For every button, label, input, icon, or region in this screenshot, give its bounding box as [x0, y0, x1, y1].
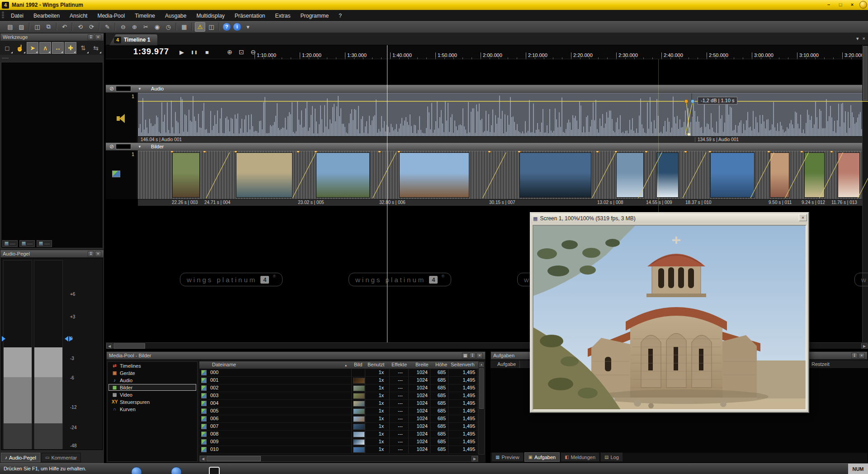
tab-aufgaben[interactable]: ▣Aufgaben: [524, 452, 560, 462]
bilder-track-header[interactable]: ⊘ ▼ Bilder: [106, 142, 868, 151]
bilder-clips[interactable]: [138, 151, 868, 199]
meter-marker-left-icon[interactable]: [2, 336, 5, 341]
maximize-button[interactable]: □: [836, 1, 844, 8]
v-scroll-thumb[interactable]: [863, 46, 868, 100]
scroll-left-icon[interactable]: ◀: [200, 456, 206, 461]
meter-marker-right2-icon[interactable]: [69, 336, 73, 341]
media-table-header[interactable]: DateinameBildBenutztEffekteBreiteHöheSei…: [199, 361, 478, 369]
hand-tool[interactable]: ☝: [14, 42, 26, 54]
edit-icon[interactable]: ✎: [102, 22, 113, 32]
menu-extras[interactable]: Extras: [270, 11, 296, 21]
tab-close-icon[interactable]: ×: [863, 36, 865, 42]
save-all-icon[interactable]: ⧉: [43, 22, 54, 32]
column-header-effekte[interactable]: Effekte: [392, 362, 407, 367]
pin-icon[interactable]: ↧: [469, 353, 476, 359]
column-header-seitenverh[interactable]: Seitenverh: [451, 362, 475, 367]
audio-track-controls[interactable]: 1: [106, 93, 137, 142]
tree-item-bilder[interactable]: ▦Bilder: [108, 384, 196, 391]
tab-timeline-1[interactable]: 4 Timeline 1: [109, 34, 157, 45]
remove-icon[interactable]: ⊖: [118, 22, 128, 32]
tab-meldungen[interactable]: ◧Meldungen: [561, 452, 599, 462]
menu-multidisplay[interactable]: Multidisplay: [191, 11, 230, 21]
table-row[interactable]: 0071x---10246851,495: [199, 423, 478, 431]
screen-preview-window[interactable]: ▦ Screen 1, 100%/100% (5319 fps, 3 MB) ×: [530, 212, 809, 413]
close-button[interactable]: ×: [848, 1, 856, 8]
close-icon[interactable]: ×: [95, 251, 101, 257]
warning-icon[interactable]: ⚠: [195, 22, 205, 32]
scroll-left-icon[interactable]: ◀: [106, 343, 113, 349]
tab-audio-pegel[interactable]: ♪Audio-Pegel: [1, 453, 40, 462]
v-scroll-thumb[interactable]: [479, 368, 484, 409]
rotate-left-icon[interactable]: ⟲: [75, 22, 85, 32]
track-color-box[interactable]: [116, 86, 131, 91]
menu-datei[interactable]: Datei: [6, 11, 28, 21]
table-row[interactable]: 0001x---10246851,495: [199, 369, 478, 377]
lock-icon[interactable]: ◫: [206, 22, 217, 32]
screen-window-close-button[interactable]: ×: [799, 214, 807, 221]
chevron-down-icon[interactable]: ▼: [135, 87, 145, 91]
h-scroll-thumb[interactable]: [207, 456, 261, 461]
taskbar-app-icon[interactable]: [131, 467, 142, 474]
column-header-höhe[interactable]: Höhe: [435, 362, 447, 367]
pin-icon[interactable]: ↧: [88, 34, 94, 40]
bilder-track-controls[interactable]: 1: [106, 151, 137, 199]
mini-button[interactable]: ----: [19, 240, 35, 247]
open-project-icon[interactable]: ▨: [16, 22, 27, 32]
table-row[interactable]: 0041x---10246851,495: [199, 400, 478, 408]
scroll-right-icon[interactable]: ▶: [472, 456, 478, 461]
tab-kommentar[interactable]: ▭Kommentar: [41, 453, 81, 462]
taskbar-app-icon[interactable]: [209, 467, 220, 474]
menu-media-pool[interactable]: Media-Pool: [92, 11, 130, 21]
menu-bearbeiten[interactable]: Bearbeiten: [28, 11, 65, 21]
table-row[interactable]: 0011x---10246851,495: [199, 377, 478, 384]
playhead[interactable]: [387, 45, 387, 342]
column-header-dateiname[interactable]: Dateiname: [212, 362, 236, 367]
monitor-icon[interactable]: ▦: [179, 22, 189, 32]
media-table-v-scrollbar[interactable]: ▲: [478, 361, 485, 455]
pin-icon[interactable]: ↧: [851, 353, 858, 359]
tree-item-steuerspuren[interactable]: XYSteuerspuren: [108, 398, 196, 405]
media-table-h-scrollbar[interactable]: ◀ ▶: [199, 455, 478, 462]
screen-window-titlebar[interactable]: ▦ Screen 1, 100%/100% (5319 fps, 3 MB): [531, 213, 807, 223]
info-icon[interactable]: i: [233, 23, 241, 31]
mute-icon[interactable]: ⊘: [109, 143, 114, 150]
tab-preview[interactable]: ▦Preview: [491, 452, 524, 462]
help-icon[interactable]: ?: [223, 23, 231, 31]
meter-marker-right1-icon[interactable]: [65, 336, 68, 341]
add-icon[interactable]: ⊕: [129, 22, 140, 32]
audio-clip[interactable]: -1,2 dB | 1.10 s: [138, 93, 868, 136]
toolbar-overflow-icon[interactable]: ▾: [243, 22, 253, 32]
tree-item-audio[interactable]: ♪Audio: [108, 377, 196, 384]
spread-tool[interactable]: ⇆: [90, 42, 102, 54]
table-row[interactable]: 0091x---10246851,495: [199, 438, 478, 446]
table-row[interactable]: 0051x---10246851,495: [199, 408, 478, 415]
table-row[interactable]: 0081x---10246851,495: [199, 431, 478, 438]
record-icon[interactable]: ◉: [152, 22, 162, 32]
menu-ausgabe[interactable]: Ausgabe: [160, 11, 191, 21]
new-project-icon[interactable]: ▤: [5, 22, 15, 32]
clock-icon[interactable]: ◷: [163, 22, 174, 32]
tree-item-timelines[interactable]: ⇄Timelines: [108, 362, 196, 369]
track-color-box[interactable]: [116, 144, 131, 149]
close-icon[interactable]: ×: [476, 353, 483, 359]
audio-track-header[interactable]: ⊘ ▼ Audio: [106, 85, 868, 93]
taskbar-app-icon[interactable]: [171, 467, 182, 474]
close-icon[interactable]: ×: [95, 34, 101, 40]
slip-tool[interactable]: ⇅: [77, 42, 89, 54]
cut-icon[interactable]: ✂: [141, 22, 151, 32]
undo-icon[interactable]: ↶: [59, 22, 70, 32]
scroll-right-icon[interactable]: ▶: [861, 343, 868, 349]
pin-icon[interactable]: ↧: [88, 251, 94, 257]
menu-pr-sentation[interactable]: Präsentation: [230, 11, 270, 21]
bend-tool[interactable]: ∧: [39, 42, 51, 54]
minimize-button[interactable]: –: [825, 1, 833, 8]
column-header-benutzt[interactable]: Benutzt: [368, 362, 384, 367]
table-row[interactable]: 0021x---10246851,495: [199, 384, 478, 392]
h-scroll-thumb[interactable]: [113, 343, 145, 349]
mute-icon[interactable]: ⊘: [109, 85, 114, 92]
scroll-up-icon[interactable]: ▲: [479, 362, 484, 367]
menu-programme[interactable]: Programme: [296, 11, 334, 21]
stretch-tool[interactable]: ↔: [52, 42, 64, 54]
cursor-tool[interactable]: ➤: [27, 42, 38, 54]
table-row[interactable]: 0101x---10246851,495: [199, 446, 478, 454]
